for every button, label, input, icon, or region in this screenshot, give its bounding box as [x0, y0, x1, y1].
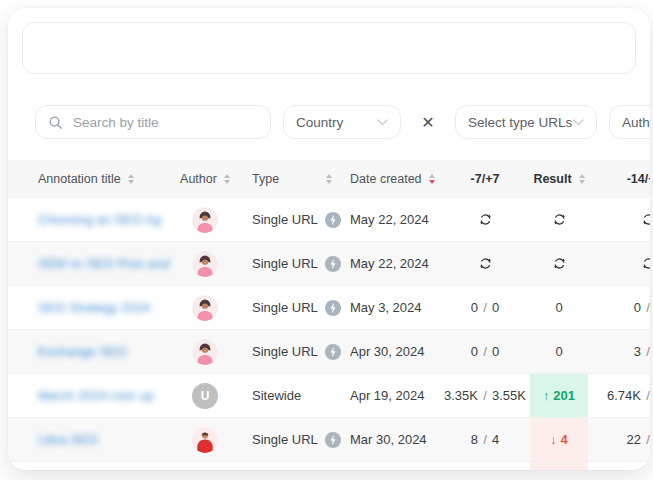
annotation-title-link[interactable]: Libra SEO: [38, 432, 98, 447]
column-header-annotation-title[interactable]: Annotation title: [30, 172, 170, 186]
country-select[interactable]: Country: [283, 105, 401, 139]
table-row: March 2024 core upUSitewideApr 19, 2024 …: [8, 374, 650, 418]
column-label: Author: [180, 172, 217, 186]
table-row: Choosing an SEO Ag Single URL May 22, 20…: [8, 198, 650, 242]
date-created: May 22, 2024: [350, 212, 429, 227]
date-created: May 22, 2024: [350, 256, 429, 271]
metric-values: 3.35K/3.55K: [440, 388, 530, 403]
refresh-icon: [553, 257, 566, 270]
search-by-title[interactable]: [35, 105, 271, 139]
metric-values: 0/: [588, 300, 650, 315]
author-avatar-woman: [192, 251, 218, 277]
lightning-badge-icon: [325, 432, 341, 448]
metric-7-7-cell: 0/0: [440, 330, 530, 373]
date-created: May 3, 2024: [350, 300, 422, 315]
lightning-badge-icon: [325, 256, 341, 272]
column-header--7-7: -7/+7: [440, 172, 530, 186]
sort-icon[interactable]: [128, 174, 134, 184]
result-value: 0: [555, 300, 562, 315]
type-label: Sitewide: [252, 388, 301, 403]
table-row: Libra SEO Single URL Mar 30, 2024 8/4↓ 4…: [8, 418, 650, 462]
annotations-card: Country ✕ Select type URLs Author Annota…: [8, 8, 650, 470]
metric-values: 8/4: [440, 432, 530, 447]
column-label: Type: [252, 172, 279, 186]
sort-icon[interactable]: [429, 174, 435, 184]
metric-14-14-cell: 3/: [588, 330, 650, 373]
metric-14-14-cell: [588, 198, 650, 241]
author-avatar-letter: U: [192, 383, 218, 409]
country-select-label: Country: [296, 115, 343, 130]
column-header-author[interactable]: Author: [170, 172, 240, 186]
filters-bar: Country ✕ Select type URLs Author: [35, 105, 650, 139]
metric-7-7-cell: 3.35K/3.55K: [440, 374, 530, 417]
refresh-icon: [642, 213, 651, 226]
annotation-title-link[interactable]: Exchange SEO: [38, 344, 127, 359]
table-row: SEO Strategy 2024 Single URL May 3, 2024…: [8, 286, 650, 330]
sort-icon[interactable]: [579, 174, 585, 184]
result-cell: [530, 462, 588, 470]
metric-7-7-cell: 0/0: [440, 286, 530, 329]
metric-14-14-cell: 22/: [588, 418, 650, 461]
result-cell: [530, 198, 588, 241]
table-header: Annotation title Author Type Date create…: [8, 160, 650, 198]
refresh-icon: [479, 257, 492, 270]
annotation-title-link[interactable]: Choosing an SEO Ag: [38, 212, 161, 227]
column-header-result[interactable]: Result: [530, 172, 588, 186]
metric-14-14-cell: 0/: [588, 286, 650, 329]
result-cell: ↑ 201: [530, 374, 588, 417]
type-urls-select-label: Select type URLs: [468, 115, 572, 130]
column-header-type[interactable]: Type: [240, 172, 346, 186]
column-label: -14/+14: [627, 172, 650, 186]
result-value: 0: [555, 344, 562, 359]
column-label: -7/+7: [471, 172, 500, 186]
lightning-badge-icon: [325, 344, 341, 360]
metric-values: 0/0: [440, 300, 530, 315]
result-cell: [530, 242, 588, 285]
author-avatar-woman: [192, 339, 218, 365]
type-label: Single URL: [252, 256, 318, 271]
annotation-title-link[interactable]: SEO Strategy 2024: [38, 300, 150, 315]
author-avatar-woman: [192, 207, 218, 233]
date-created: Mar 30, 2024: [350, 432, 427, 447]
metric-values: 6.74K/6: [588, 388, 650, 403]
result-cell: ↓ 4: [530, 418, 588, 461]
table-row-partial: [8, 462, 650, 470]
clear-filters-icon[interactable]: ✕: [413, 113, 443, 132]
annotation-title-link[interactable]: SEM vs SEO Pros and: [38, 256, 170, 271]
column-label: Annotation title: [38, 172, 121, 186]
metric-14-14-cell: 6.74K/6: [588, 374, 650, 417]
metric-values: 22/: [588, 432, 650, 447]
author-select[interactable]: Author: [609, 105, 650, 139]
type-urls-select[interactable]: Select type URLs: [455, 105, 597, 139]
search-input[interactable]: [71, 114, 258, 131]
annotation-title-link[interactable]: March 2024 core up: [38, 388, 154, 403]
header-empty-box: [22, 22, 636, 74]
search-icon: [48, 115, 63, 130]
table-body: Choosing an SEO Ag Single URL May 22, 20…: [8, 198, 650, 470]
result-cell: 0: [530, 286, 588, 329]
metric-7-7-cell: 8/4: [440, 418, 530, 461]
result-up: ↑ 201: [543, 388, 575, 403]
column-header-date-created[interactable]: Date created: [346, 172, 440, 186]
type-label: Single URL: [252, 212, 318, 227]
table-row: SEM vs SEO Pros and Single URL May 22, 2…: [8, 242, 650, 286]
refresh-icon: [479, 213, 492, 226]
refresh-icon: [642, 257, 651, 270]
table-row: Exchange SEO Single URL Apr 30, 2024 0/0…: [8, 330, 650, 374]
type-label: Single URL: [252, 432, 318, 447]
refresh-icon: [553, 213, 566, 226]
author-avatar-woman: [192, 295, 218, 321]
type-label: Single URL: [252, 300, 318, 315]
column-header--14-14: -14/+14: [588, 172, 650, 186]
date-created: Apr 30, 2024: [350, 344, 424, 359]
metric-values: 0/0: [440, 344, 530, 359]
result-cell: 0: [530, 330, 588, 373]
lightning-badge-icon: [325, 212, 341, 228]
metric-7-7-cell: [440, 242, 530, 285]
metric-14-14-cell: [588, 242, 650, 285]
sort-icon[interactable]: [224, 174, 230, 184]
metric-values: 3/: [588, 344, 650, 359]
result-down: ↓ 4: [550, 432, 567, 447]
sort-icon[interactable]: [326, 174, 332, 184]
column-label: Result: [533, 172, 571, 186]
